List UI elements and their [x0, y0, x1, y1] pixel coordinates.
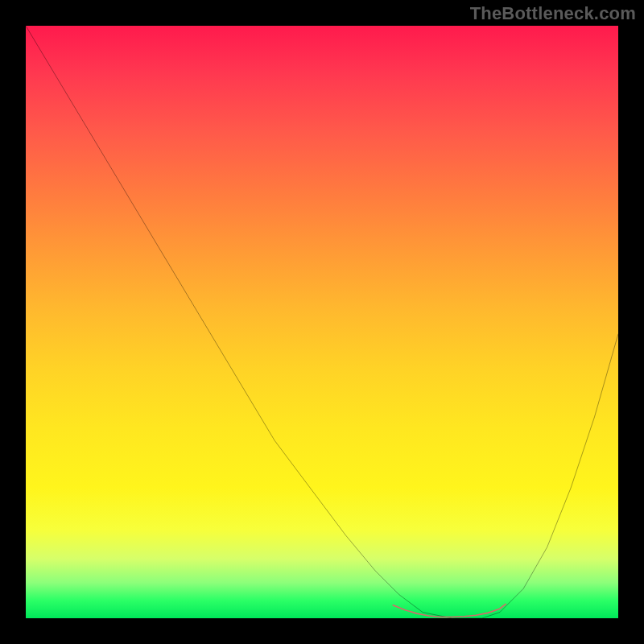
- chart-frame: TheBottleneck.com: [0, 0, 644, 644]
- bottleneck-curve: [26, 26, 618, 618]
- flat-region-marker: [393, 604, 506, 617]
- plot-area: [26, 26, 618, 618]
- curve-layer: [26, 26, 618, 618]
- watermark-label: TheBottleneck.com: [470, 3, 636, 24]
